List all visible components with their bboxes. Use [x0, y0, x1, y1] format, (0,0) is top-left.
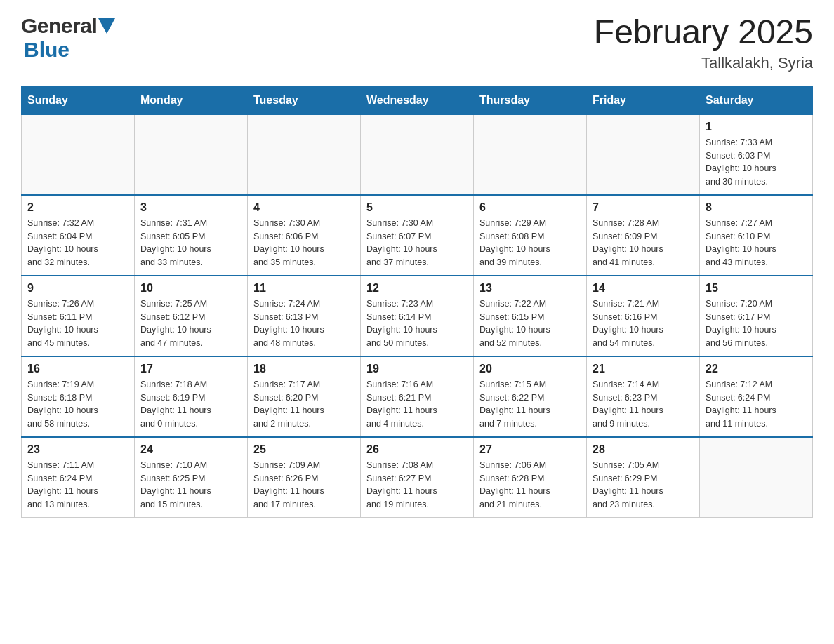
week-row-1: 1Sunrise: 7:33 AM Sunset: 6:03 PM Daylig…	[22, 114, 813, 195]
day-info: Sunrise: 7:12 AM Sunset: 6:24 PM Dayligh…	[706, 378, 807, 431]
header-sunday: Sunday	[22, 86, 135, 114]
page-title: February 2025	[594, 14, 813, 51]
calendar-cell: 27Sunrise: 7:06 AM Sunset: 6:28 PM Dayli…	[474, 437, 587, 518]
header-thursday: Thursday	[474, 86, 587, 114]
title-block: February 2025 Tallkalakh, Syria	[594, 14, 813, 72]
day-number: 28	[593, 443, 694, 456]
day-info: Sunrise: 7:28 AM Sunset: 6:09 PM Dayligh…	[593, 217, 694, 269]
calendar-cell: 10Sunrise: 7:25 AM Sunset: 6:12 PM Dayli…	[135, 276, 248, 356]
header-friday: Friday	[587, 86, 700, 114]
day-info: Sunrise: 7:25 AM Sunset: 6:12 PM Dayligh…	[140, 297, 241, 350]
calendar-cell	[587, 114, 700, 195]
calendar-cell: 12Sunrise: 7:23 AM Sunset: 6:14 PM Dayli…	[361, 276, 474, 356]
header-monday: Monday	[135, 86, 248, 114]
calendar-cell: 17Sunrise: 7:18 AM Sunset: 6:19 PM Dayli…	[135, 356, 248, 437]
day-number: 7	[593, 201, 694, 214]
calendar-cell: 24Sunrise: 7:10 AM Sunset: 6:25 PM Dayli…	[135, 437, 248, 518]
day-number: 21	[593, 363, 694, 375]
day-info: Sunrise: 7:10 AM Sunset: 6:25 PM Dayligh…	[140, 459, 241, 511]
calendar-cell: 22Sunrise: 7:12 AM Sunset: 6:24 PM Dayli…	[700, 356, 813, 437]
calendar-cell	[474, 114, 587, 195]
calendar-cell: 8Sunrise: 7:27 AM Sunset: 6:10 PM Daylig…	[700, 195, 813, 276]
svg-marker-0	[98, 18, 115, 34]
day-number: 17	[140, 363, 241, 375]
page-subtitle: Tallkalakh, Syria	[594, 54, 813, 72]
calendar-cell: 1Sunrise: 7:33 AM Sunset: 6:03 PM Daylig…	[700, 114, 813, 195]
calendar-cell: 26Sunrise: 7:08 AM Sunset: 6:27 PM Dayli…	[361, 437, 474, 518]
day-number: 27	[479, 443, 581, 456]
day-number: 5	[366, 201, 468, 214]
day-info: Sunrise: 7:22 AM Sunset: 6:15 PM Dayligh…	[479, 297, 581, 350]
header-wednesday: Wednesday	[361, 86, 474, 114]
day-number: 23	[27, 443, 128, 456]
day-number: 24	[140, 443, 241, 456]
calendar-cell: 4Sunrise: 7:30 AM Sunset: 6:06 PM Daylig…	[248, 195, 361, 276]
calendar-cell: 14Sunrise: 7:21 AM Sunset: 6:16 PM Dayli…	[587, 276, 700, 356]
day-number: 4	[253, 201, 355, 214]
day-number: 16	[27, 363, 128, 375]
day-number: 22	[706, 363, 807, 375]
calendar-cell: 23Sunrise: 7:11 AM Sunset: 6:24 PM Dayli…	[22, 437, 135, 518]
logo: General Blue	[21, 14, 115, 62]
day-info: Sunrise: 7:33 AM Sunset: 6:03 PM Dayligh…	[706, 136, 807, 189]
calendar-cell: 7Sunrise: 7:28 AM Sunset: 6:09 PM Daylig…	[587, 195, 700, 276]
calendar-cell: 11Sunrise: 7:24 AM Sunset: 6:13 PM Dayli…	[248, 276, 361, 356]
day-number: 26	[366, 443, 468, 456]
day-info: Sunrise: 7:05 AM Sunset: 6:29 PM Dayligh…	[593, 459, 694, 511]
calendar-cell: 5Sunrise: 7:30 AM Sunset: 6:07 PM Daylig…	[361, 195, 474, 276]
calendar-cell: 20Sunrise: 7:15 AM Sunset: 6:22 PM Dayli…	[474, 356, 587, 437]
header-tuesday: Tuesday	[248, 86, 361, 114]
day-number: 18	[253, 363, 355, 375]
day-number: 10	[140, 282, 241, 295]
week-row-2: 2Sunrise: 7:32 AM Sunset: 6:04 PM Daylig…	[22, 195, 813, 276]
calendar-cell: 15Sunrise: 7:20 AM Sunset: 6:17 PM Dayli…	[700, 276, 813, 356]
calendar-table: Sunday Monday Tuesday Wednesday Thursday…	[21, 86, 813, 518]
calendar-cell: 16Sunrise: 7:19 AM Sunset: 6:18 PM Dayli…	[22, 356, 135, 437]
logo-arrow-icon	[98, 18, 115, 34]
day-info: Sunrise: 7:23 AM Sunset: 6:14 PM Dayligh…	[366, 297, 468, 350]
day-info: Sunrise: 7:31 AM Sunset: 6:05 PM Dayligh…	[140, 217, 241, 269]
logo-blue-text: Blue	[24, 38, 70, 62]
calendar-cell: 3Sunrise: 7:31 AM Sunset: 6:05 PM Daylig…	[135, 195, 248, 276]
header-saturday: Saturday	[700, 86, 813, 114]
calendar-cell: 6Sunrise: 7:29 AM Sunset: 6:08 PM Daylig…	[474, 195, 587, 276]
calendar-cell: 9Sunrise: 7:26 AM Sunset: 6:11 PM Daylig…	[22, 276, 135, 356]
calendar-cell: 13Sunrise: 7:22 AM Sunset: 6:15 PM Dayli…	[474, 276, 587, 356]
day-info: Sunrise: 7:11 AM Sunset: 6:24 PM Dayligh…	[27, 459, 128, 511]
calendar-cell: 25Sunrise: 7:09 AM Sunset: 6:26 PM Dayli…	[248, 437, 361, 518]
day-info: Sunrise: 7:14 AM Sunset: 6:23 PM Dayligh…	[593, 378, 694, 431]
day-number: 20	[479, 363, 581, 375]
day-number: 1	[706, 121, 807, 133]
day-number: 6	[479, 201, 581, 214]
day-info: Sunrise: 7:26 AM Sunset: 6:11 PM Dayligh…	[27, 297, 128, 350]
calendar-cell: 2Sunrise: 7:32 AM Sunset: 6:04 PM Daylig…	[22, 195, 135, 276]
day-info: Sunrise: 7:24 AM Sunset: 6:13 PM Dayligh…	[253, 297, 355, 350]
calendar-cell: 28Sunrise: 7:05 AM Sunset: 6:29 PM Dayli…	[587, 437, 700, 518]
day-info: Sunrise: 7:30 AM Sunset: 6:06 PM Dayligh…	[253, 217, 355, 269]
day-info: Sunrise: 7:32 AM Sunset: 6:04 PM Dayligh…	[27, 217, 128, 269]
week-row-5: 23Sunrise: 7:11 AM Sunset: 6:24 PM Dayli…	[22, 437, 813, 518]
day-info: Sunrise: 7:08 AM Sunset: 6:27 PM Dayligh…	[366, 459, 468, 511]
day-number: 25	[253, 443, 355, 456]
day-number: 14	[593, 282, 694, 295]
day-info: Sunrise: 7:18 AM Sunset: 6:19 PM Dayligh…	[140, 378, 241, 431]
day-number: 19	[366, 363, 468, 375]
day-info: Sunrise: 7:20 AM Sunset: 6:17 PM Dayligh…	[706, 297, 807, 350]
calendar-cell	[135, 114, 248, 195]
calendar-cell: 19Sunrise: 7:16 AM Sunset: 6:21 PM Dayli…	[361, 356, 474, 437]
calendar-body: 1Sunrise: 7:33 AM Sunset: 6:03 PM Daylig…	[22, 114, 813, 518]
calendar-header: Sunday Monday Tuesday Wednesday Thursday…	[22, 86, 813, 114]
day-info: Sunrise: 7:21 AM Sunset: 6:16 PM Dayligh…	[593, 297, 694, 350]
day-info: Sunrise: 7:09 AM Sunset: 6:26 PM Dayligh…	[253, 459, 355, 511]
days-of-week-row: Sunday Monday Tuesday Wednesday Thursday…	[22, 86, 813, 114]
calendar-cell	[248, 114, 361, 195]
day-number: 3	[140, 201, 241, 214]
week-row-4: 16Sunrise: 7:19 AM Sunset: 6:18 PM Dayli…	[22, 356, 813, 437]
day-number: 15	[706, 282, 807, 295]
calendar-cell: 18Sunrise: 7:17 AM Sunset: 6:20 PM Dayli…	[248, 356, 361, 437]
day-number: 12	[366, 282, 468, 295]
day-info: Sunrise: 7:19 AM Sunset: 6:18 PM Dayligh…	[27, 378, 128, 431]
logo-general-text: General	[21, 14, 97, 38]
day-info: Sunrise: 7:29 AM Sunset: 6:08 PM Dayligh…	[479, 217, 581, 269]
day-info: Sunrise: 7:27 AM Sunset: 6:10 PM Dayligh…	[706, 217, 807, 269]
